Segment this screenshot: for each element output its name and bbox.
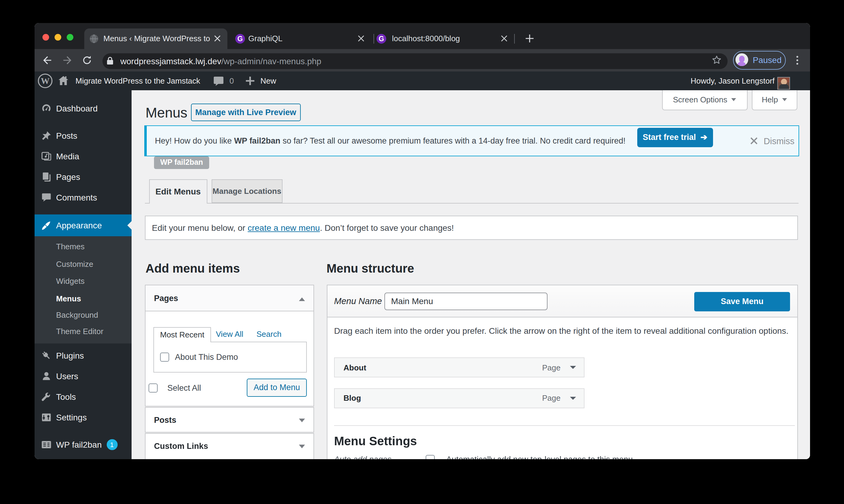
svg-text:G: G bbox=[237, 35, 243, 42]
svg-text:W: W bbox=[41, 76, 49, 85]
svg-text:G: G bbox=[378, 35, 384, 42]
